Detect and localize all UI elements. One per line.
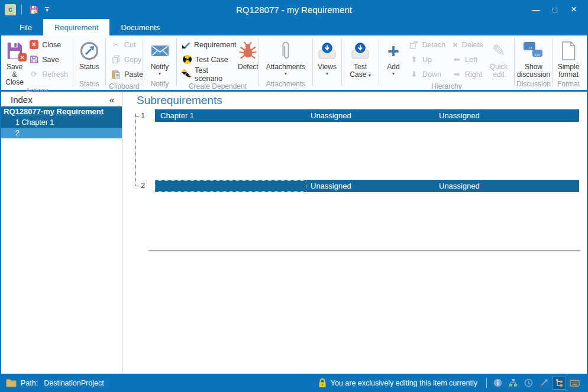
subrequirement-row: Unassigned Unassigned bbox=[155, 180, 579, 192]
row-assignee-cell[interactable]: Unassigned bbox=[307, 180, 435, 192]
group-label-hierarchy: Hierarchy bbox=[380, 82, 513, 92]
requirement-pen-icon bbox=[182, 40, 191, 50]
cut-scissors-icon: ✂ bbox=[111, 40, 121, 49]
copy-button[interactable]: Copy bbox=[108, 52, 146, 67]
tab-documents[interactable]: Documents bbox=[109, 19, 171, 35]
add-plus-icon: + bbox=[387, 42, 399, 60]
refresh-icon: ⟳ bbox=[28, 70, 39, 79]
test-case-button[interactable]: Test Case ▾ bbox=[347, 37, 374, 79]
save-and-close-button[interactable]: × Save & Close bbox=[4, 37, 25, 86]
group-label-format: Format bbox=[554, 79, 583, 90]
tree-line bbox=[135, 116, 140, 116]
paperclip-icon bbox=[280, 40, 292, 62]
dropdown-arrow-icon: ▾ bbox=[369, 73, 371, 78]
right-arrow-icon: ➡ bbox=[451, 70, 462, 79]
group-label-views bbox=[314, 88, 341, 90]
row-assignee-cell[interactable]: Unassigned bbox=[307, 109, 435, 122]
group-label-clipboard: Clipboard bbox=[106, 82, 142, 92]
tree-item-chapter-1[interactable]: 1 Chapter 1 bbox=[1, 117, 122, 128]
keyboard-icon[interactable] bbox=[567, 377, 581, 390]
dropdown-arrow-icon: ▾ bbox=[392, 72, 395, 76]
create-test-scenario-button[interactable]: Test scenario bbox=[179, 67, 238, 82]
row-status-cell[interactable]: Unassigned bbox=[435, 180, 579, 192]
tree-item-2[interactable]: 2 bbox=[1, 128, 122, 138]
detach-icon bbox=[409, 40, 418, 49]
delete-button[interactable]: × Delete bbox=[448, 37, 486, 52]
info-icon[interactable] bbox=[490, 377, 505, 390]
save-button[interactable]: Save bbox=[25, 52, 71, 67]
tab-file[interactable]: File bbox=[8, 19, 43, 35]
title-bar: c ▾ RQ128077 - my Requirement — □ × bbox=[1, 0, 587, 19]
create-test-case-button[interactable]: Test Case bbox=[179, 52, 238, 67]
close-window-button[interactable]: × bbox=[564, 2, 583, 17]
group-label-attachments: Attachments bbox=[260, 79, 312, 90]
group-label-status: Status bbox=[74, 79, 105, 90]
notify-button[interactable]: Notify ▾ bbox=[145, 37, 175, 76]
row-number: 1 bbox=[141, 111, 149, 120]
path-label: Path: bbox=[21, 379, 38, 387]
up-arrow-icon: ⬆ bbox=[409, 55, 419, 64]
row-title-cell[interactable]: Chapter 1 bbox=[155, 109, 307, 122]
status-button[interactable]: Status bbox=[75, 37, 104, 71]
add-button[interactable]: + Add ▾ bbox=[381, 37, 406, 76]
quick-save-button[interactable] bbox=[27, 3, 40, 16]
cut-button[interactable]: ✂ Cut bbox=[108, 37, 146, 52]
app-window: c ▾ RQ128077 - my Requirement — □ × File… bbox=[0, 0, 588, 392]
copy-pages-icon bbox=[112, 55, 121, 64]
titlebar-separator bbox=[21, 4, 22, 15]
move-down-button[interactable]: ⬇ Down bbox=[406, 67, 448, 82]
tree-item-root[interactable]: RQ128077-my Requirement bbox=[1, 106, 122, 117]
create-defect-button[interactable]: Defect bbox=[238, 37, 259, 71]
save-floppy-icon bbox=[29, 5, 39, 15]
tools-icon[interactable] bbox=[537, 377, 551, 390]
defect-bug-icon bbox=[239, 42, 257, 60]
grid-divider bbox=[148, 250, 580, 251]
left-arrow-icon: ⬅ bbox=[451, 55, 462, 64]
views-button[interactable]: Views ▾ bbox=[315, 37, 340, 76]
tree-line bbox=[135, 186, 140, 186]
refresh-button[interactable]: ⟳ Refresh bbox=[25, 67, 71, 82]
collapse-panel-icon[interactable]: « bbox=[109, 95, 114, 105]
page-title: Subrequirements bbox=[137, 94, 222, 107]
row-status-cell[interactable]: Unassigned bbox=[435, 109, 579, 122]
paste-button[interactable]: Paste bbox=[108, 67, 146, 82]
status-compass-icon bbox=[79, 40, 100, 61]
show-discussion-button[interactable]: … … Show discussion bbox=[516, 37, 551, 79]
group-label-create-dependent: Create Dependent bbox=[177, 82, 258, 92]
close-button[interactable]: × Close bbox=[25, 37, 71, 52]
lock-icon bbox=[318, 378, 327, 388]
window-title: RQ128077 - my Requirement bbox=[1, 5, 587, 15]
subrequirement-row: Chapter 1 Unassigned Unassigned bbox=[155, 109, 579, 122]
statusbar-separator bbox=[486, 378, 487, 388]
path-value: DestinationProject bbox=[44, 379, 104, 387]
simple-format-button[interactable]: Simple format bbox=[555, 37, 582, 79]
move-left-button[interactable]: ⬅ Left bbox=[448, 52, 486, 67]
maximize-button[interactable]: □ bbox=[545, 2, 564, 17]
org-chart-icon[interactable] bbox=[506, 377, 520, 390]
index-panel-title: Index bbox=[11, 95, 33, 105]
views-icon bbox=[318, 43, 336, 60]
row-title-cell[interactable] bbox=[155, 180, 307, 192]
create-requirement-button[interactable]: Requirement bbox=[179, 37, 238, 52]
test-case-pie-icon bbox=[183, 55, 192, 64]
ribbon: × Save & Close × Close bbox=[1, 35, 587, 92]
move-right-button[interactable]: ➡ Right bbox=[448, 67, 486, 82]
minimize-button[interactable]: — bbox=[526, 2, 545, 17]
attachments-button[interactable]: Attachments ▾ bbox=[261, 37, 311, 76]
group-label-test-case bbox=[343, 88, 378, 90]
paste-clipboard-icon bbox=[112, 70, 121, 79]
hierarchy-tree-icon[interactable] bbox=[552, 377, 566, 390]
tab-requirement[interactable]: Requirement bbox=[43, 19, 109, 35]
status-bar: Path: DestinationProject You are exclusi… bbox=[1, 374, 587, 392]
subrequirements-panel: Subrequirements 1 Chapter 1 Unassigned U… bbox=[122, 92, 587, 374]
dropdown-arrow-icon: ▾ bbox=[326, 72, 328, 76]
app-menu-icon[interactable]: c bbox=[5, 4, 16, 15]
ribbon-tabs: File Requirement Documents bbox=[1, 19, 587, 35]
history-icon[interactable] bbox=[521, 377, 535, 390]
detach-button[interactable]: Detach bbox=[406, 37, 448, 52]
down-arrow-icon: ⬇ bbox=[409, 70, 419, 79]
quick-edit-button[interactable]: ✎ Quick edit bbox=[486, 37, 511, 79]
quick-access-dropdown-icon[interactable]: ▾ bbox=[45, 7, 49, 12]
move-up-button[interactable]: ⬆ Up bbox=[406, 52, 448, 67]
index-panel: Index « RQ128077-my Requirement 1 Chapte… bbox=[1, 92, 122, 374]
